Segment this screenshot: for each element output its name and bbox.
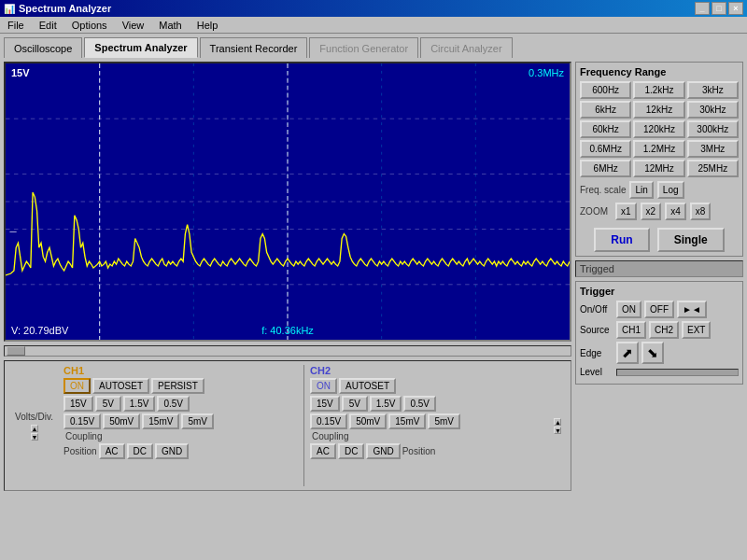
zoom-x4[interactable]: x4 xyxy=(665,203,686,220)
ch2-on-button[interactable]: ON xyxy=(310,378,337,394)
ch1-persist-button[interactable]: PERSIST xyxy=(151,378,204,394)
menu-view[interactable]: View xyxy=(119,19,148,32)
trigger-on-button[interactable]: ON xyxy=(616,301,641,318)
ch2-volt-015[interactable]: 0.15V xyxy=(310,413,347,429)
ch1-pos-down[interactable]: ▼ xyxy=(31,433,38,441)
ch1-section: CH1 ON AUTOSET PERSIST 15V 5V 1.5V 0.5V … xyxy=(63,365,298,486)
trigger-onoff-row: On/Off ON OFF ►◄ xyxy=(580,301,739,318)
svg-text:─: ─ xyxy=(8,226,16,235)
run-button[interactable]: Run xyxy=(594,228,649,252)
ch1-on-button[interactable]: ON xyxy=(63,378,91,394)
ch1-label: CH1 xyxy=(63,365,298,376)
freq-scale-log[interactable]: Log xyxy=(657,181,684,199)
freq-btn-12khz2[interactable]: 12kHz xyxy=(633,101,684,119)
freq-btn-12mhz2[interactable]: 12MHz xyxy=(633,160,684,177)
freq-btn-3khz[interactable]: 3kHz xyxy=(687,81,739,99)
ch2-volt-5[interactable]: 5V xyxy=(342,396,368,412)
ch1-volt-015[interactable]: 0.15V xyxy=(63,413,101,429)
ch2-pos-down[interactable]: ▼ xyxy=(554,427,561,434)
ch2-dc-button[interactable]: DC xyxy=(338,443,364,459)
trigger-ext-button[interactable]: EXT xyxy=(682,321,711,339)
menu-math[interactable]: Math xyxy=(155,19,185,32)
ch1-volt-05[interactable]: 0.5V xyxy=(157,396,190,412)
trigger-rising-edge[interactable]: ⬈ xyxy=(616,342,639,364)
minimize-button[interactable]: _ xyxy=(695,2,710,15)
tab-circuit-analyzer[interactable]: Circuit Analyzer xyxy=(420,37,512,58)
ch1-ac-button[interactable]: AC xyxy=(99,443,125,459)
ch1-dc-button[interactable]: DC xyxy=(127,443,153,459)
scope-display: ─ 15V 0.3MHz V: 20.79dBV f: 40.36kHz xyxy=(4,62,571,342)
tab-function-generator[interactable]: Function Generator xyxy=(309,37,418,58)
ch2-pos-up[interactable]: ▲ xyxy=(554,418,561,426)
trigger-ch2-button[interactable]: CH2 xyxy=(649,321,679,339)
trigger-ch1-button[interactable]: CH1 xyxy=(616,321,646,339)
tab-transient-recorder[interactable]: Transient Recorder xyxy=(200,37,308,58)
scope-scrollbar[interactable] xyxy=(4,345,571,357)
freq-btn-600hz[interactable]: 600Hz xyxy=(580,81,631,99)
title-bar: 📊 Spectrum Analyzer _ □ × xyxy=(0,0,747,17)
trigger-box: Trigger On/Off ON OFF ►◄ Source CH1 CH2 … xyxy=(575,281,743,385)
frequency-range-box: Frequency Range 600Hz 1.2kHz 3kHz 6kHz 1… xyxy=(575,62,743,257)
ch1-volt-15v[interactable]: 1.5V xyxy=(123,396,156,412)
waveform-svg: ─ xyxy=(6,63,570,340)
ch1-volt-50m[interactable]: 50mV xyxy=(103,413,140,429)
title-bar-icon: 📊 xyxy=(4,4,15,14)
freq-btn-3mhz[interactable]: 3MHz xyxy=(687,140,739,158)
maximize-button[interactable]: □ xyxy=(712,2,726,15)
trigger-off-button[interactable]: OFF xyxy=(644,301,674,318)
freq-scale-lin[interactable]: Lin xyxy=(629,181,653,199)
trigger-title: Trigger xyxy=(580,286,739,297)
title-bar-title: Spectrum Analyzer xyxy=(19,3,111,14)
ch2-autoset-button[interactable]: AUTOSET xyxy=(339,378,396,394)
freq-btn-25mhz[interactable]: 25MHz xyxy=(687,160,739,177)
close-button[interactable]: × xyxy=(728,2,743,15)
ch2-volt-15m[interactable]: 15mV xyxy=(388,413,426,429)
ch2-volt-5m[interactable]: 5mV xyxy=(428,413,460,429)
scope-freq-label: 0.3MHz xyxy=(529,67,564,78)
triggered-status: Trigged xyxy=(575,260,743,277)
ch1-volt-5m[interactable]: 5mV xyxy=(181,413,214,429)
freq-btn-300khz[interactable]: 300kHz xyxy=(687,120,739,138)
freq-scale-row: Freq. scale Lin Log xyxy=(580,181,739,199)
ch1-gnd-button[interactable]: GND xyxy=(155,443,189,459)
tab-oscilloscope[interactable]: Oscilloscope xyxy=(4,37,82,58)
freq-btn-120khz[interactable]: 120kHz xyxy=(633,120,684,138)
menu-edit[interactable]: Edit xyxy=(35,19,61,32)
trigger-level-bar[interactable] xyxy=(616,369,739,376)
freq-btn-12mhz[interactable]: 1.2MHz xyxy=(633,140,684,158)
freq-btn-6mhz[interactable]: 6MHz xyxy=(580,160,631,177)
zoom-x1[interactable]: x1 xyxy=(615,203,637,220)
freq-btn-60khz[interactable]: 60kHz xyxy=(580,120,631,138)
main-content: ─ 15V 0.3MHz V: 20.79dBV f: 40.36kHz Vol… xyxy=(0,58,747,560)
trigger-source-row: Source CH1 CH2 EXT xyxy=(580,321,739,339)
ch2-gnd-button[interactable]: GND xyxy=(366,443,400,459)
freq-grid: 600Hz 1.2kHz 3kHz 6kHz 12kHz 30kHz 60kHz… xyxy=(580,81,739,177)
ch2-volt-05[interactable]: 0.5V xyxy=(403,396,436,412)
trigger-falling-edge[interactable]: ⬊ xyxy=(641,342,664,364)
freq-btn-06mhz[interactable]: 0.6MHz xyxy=(580,140,631,158)
ch1-pos-up[interactable]: ▲ xyxy=(31,425,38,432)
menu-options[interactable]: Options xyxy=(68,19,111,32)
trigger-edge-label: Edge xyxy=(580,348,613,358)
ch2-ac-button[interactable]: AC xyxy=(310,443,336,459)
ch2-volt-15v[interactable]: 1.5V xyxy=(370,396,402,412)
menu-help[interactable]: Help xyxy=(193,19,222,32)
freq-scale-label: Freq. scale xyxy=(580,185,626,195)
single-button[interactable]: Single xyxy=(657,228,725,252)
menu-file[interactable]: File xyxy=(4,19,28,32)
freq-btn-12khz[interactable]: 1.2kHz xyxy=(633,81,684,99)
ch2-volt-50m[interactable]: 50mV xyxy=(349,413,387,429)
trigger-edge-mode-button[interactable]: ►◄ xyxy=(677,301,707,318)
freq-btn-6khz[interactable]: 6kHz xyxy=(580,101,631,119)
tab-spectrum-analyzer[interactable]: Spectrum Analyzer xyxy=(84,37,197,58)
ch1-volt-15m[interactable]: 15mV xyxy=(142,413,179,429)
ch1-volt-15[interactable]: 15V xyxy=(63,396,93,412)
zoom-x8[interactable]: x8 xyxy=(690,203,712,220)
trigger-onoff-label: On/Off xyxy=(580,304,613,315)
zoom-x2[interactable]: x2 xyxy=(641,203,662,220)
ch2-volt-15[interactable]: 15V xyxy=(310,396,340,412)
freq-btn-30khz[interactable]: 30kHz xyxy=(687,101,739,119)
left-panel: ─ 15V 0.3MHz V: 20.79dBV f: 40.36kHz Vol… xyxy=(4,62,571,556)
ch1-volt-5[interactable]: 5V xyxy=(95,396,121,412)
ch1-autoset-button[interactable]: AUTOSET xyxy=(92,378,149,394)
